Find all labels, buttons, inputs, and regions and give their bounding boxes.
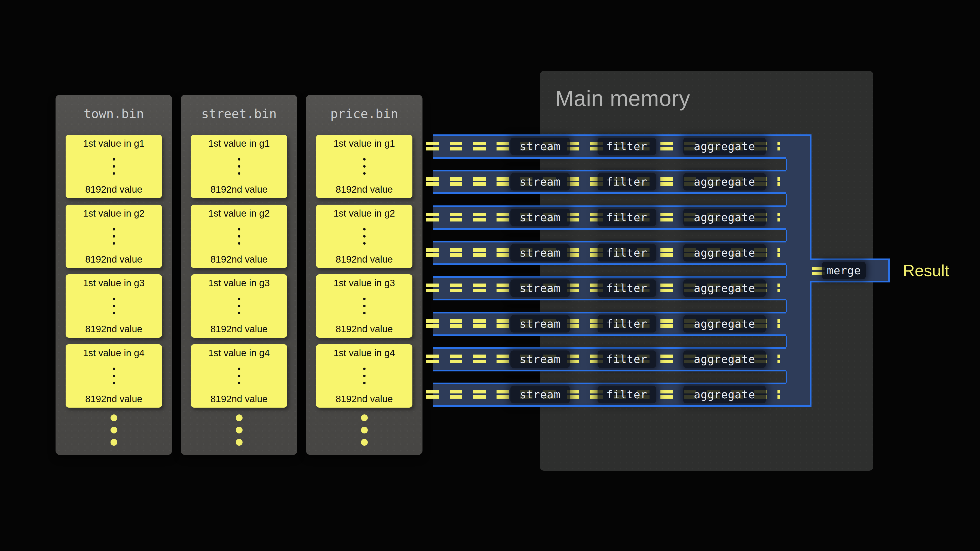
pipeline-row: stream filter aggregate <box>433 241 811 265</box>
stage-filter: filter <box>598 138 656 155</box>
pipeline-row: stream filter aggregate <box>433 347 811 372</box>
merge-bar: merge <box>810 259 890 283</box>
merge-box: merge <box>822 262 865 279</box>
stage-filter: filter <box>598 279 656 297</box>
pipeline-row: stream filter aggregate <box>433 205 811 230</box>
stage-stream: stream <box>511 315 570 332</box>
stage-aggregate: aggregate <box>683 209 766 226</box>
stage-filter: filter <box>598 209 656 226</box>
stage-stream: stream <box>511 279 570 297</box>
stage-filter: filter <box>598 386 656 403</box>
stage-filter: filter <box>598 173 656 191</box>
stage-aggregate: aggregate <box>683 315 766 332</box>
pipeline-row: stream filter aggregate <box>433 383 811 407</box>
stage-aggregate: aggregate <box>683 386 766 403</box>
pipeline-row: stream filter aggregate <box>433 170 811 194</box>
stage-stream: stream <box>511 351 570 368</box>
pipeline-row: stream filter aggregate <box>433 312 811 336</box>
stage-stream: stream <box>511 173 570 191</box>
stage-stream: stream <box>511 209 570 226</box>
stage-filter: filter <box>598 351 656 368</box>
diagram-canvas: Main memory town.bin 1st value in g1 819… <box>0 0 980 551</box>
stage-aggregate: aggregate <box>683 244 766 262</box>
result-label: Result <box>903 259 949 283</box>
pipeline-row: stream filter aggregate <box>433 276 811 300</box>
stage-aggregate: aggregate <box>683 351 766 368</box>
stage-aggregate: aggregate <box>683 173 766 191</box>
stage-stream: stream <box>511 386 570 403</box>
stage-aggregate: aggregate <box>683 138 766 155</box>
stage-stream: stream <box>511 244 570 262</box>
stage-aggregate: aggregate <box>683 279 766 297</box>
stage-filter: filter <box>598 244 656 262</box>
stage-stream: stream <box>511 138 570 155</box>
pipeline-row: stream filter aggregate <box>433 134 811 159</box>
stage-filter: filter <box>598 315 656 332</box>
